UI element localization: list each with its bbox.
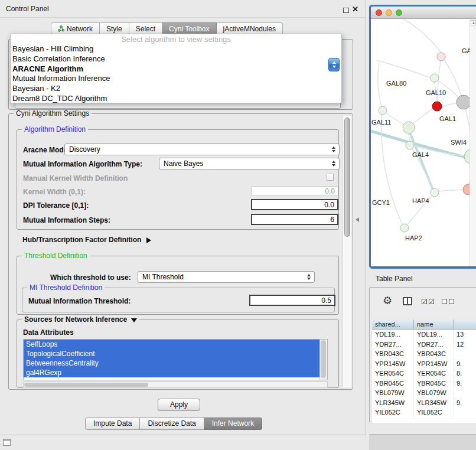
dpi-tolerance-input[interactable]: [251, 199, 338, 210]
table-cell: YBL079W: [372, 388, 414, 398]
mi-threshold-input[interactable]: [249, 295, 335, 306]
network-edge[interactable]: [382, 115, 402, 224]
network-node[interactable]: [406, 141, 414, 149]
tab-label: Style: [106, 25, 122, 33]
network-edge[interactable]: [378, 63, 382, 106]
table-cell: YBR045C: [372, 379, 414, 389]
chevron-updown-icon: [330, 161, 338, 167]
select-all-icon[interactable]: [422, 299, 434, 304]
mi-threshold-group-title: MI Threshold Definition: [27, 283, 105, 292]
scrollbar-thumb[interactable]: [344, 118, 350, 237]
panel-collapse-arrow-icon[interactable]: [356, 217, 359, 222]
table-cell: 9.: [454, 379, 476, 389]
table-row[interactable]: YLR345WYLR345W9.: [372, 398, 476, 408]
dock-window-icon[interactable]: [3, 439, 11, 446]
network-edge[interactable]: [412, 107, 433, 124]
table-row[interactable]: YBR045CYBR045C9.: [372, 379, 476, 389]
column-header[interactable]: name: [414, 319, 454, 330]
network-node[interactable]: [379, 106, 387, 115]
column-header[interactable]: [454, 319, 476, 330]
tab-cyni-toolbox[interactable]: Cyni Toolbox: [162, 22, 216, 35]
table-cell: YPR145W: [414, 359, 454, 369]
network-window-titlebar[interactable]: [371, 6, 476, 19]
table-row[interactable]: YIL052CYIL052C: [372, 407, 476, 418]
deselect-all-icon[interactable]: [442, 299, 454, 304]
algorithm-option[interactable]: Bayesian - Hill Climbing: [11, 44, 341, 54]
table-cell: YIL052C: [414, 407, 454, 418]
table-panel-title: Table Panel: [376, 275, 413, 283]
scroll-up-icon[interactable]: [471, 20, 476, 25]
manual-kernel-checkbox[interactable]: [327, 174, 334, 181]
apply-button[interactable]: Apply: [158, 399, 200, 411]
algorithm-option[interactable]: Bayesian - K2: [11, 84, 341, 94]
tab-infer-network[interactable]: Infer Network: [204, 418, 262, 430]
network-vscrollbar[interactable]: [470, 19, 476, 266]
hub-definition-expander[interactable]: Hub/Transcription Factor Definition: [22, 236, 151, 244]
network-graph: GALGAL80GAL10GAL11GAL1SWI4GAL4GCY1HAP4YH…: [371, 19, 476, 266]
table-row[interactable]: YPR145WYPR145W9.: [372, 359, 476, 369]
table-row[interactable]: YER054CYER054C8.: [372, 369, 476, 379]
attribute-item[interactable]: BetweennessCentrality: [24, 358, 319, 368]
network-edge[interactable]: [377, 60, 431, 78]
close-panel-button[interactable]: ✕: [352, 5, 358, 14]
mi-steps-input[interactable]: [251, 214, 338, 225]
network-node[interactable]: [432, 102, 442, 111]
sources-expander[interactable]: Sources for Network Inference: [22, 315, 139, 324]
node-label: GAL1: [439, 115, 456, 122]
column-visibility-icon[interactable]: [403, 297, 412, 305]
node-label: GAL10: [426, 89, 446, 96]
table-row[interactable]: YBR043CYBR043C: [372, 349, 476, 359]
network-node[interactable]: [457, 95, 471, 109]
tab-jactivemnodules[interactable]: jActiveMNodules: [217, 22, 283, 35]
algorithm-definition-title: Algorithm Definition: [22, 125, 88, 133]
table-row[interactable]: YDL19...YDL19...13: [372, 330, 476, 340]
settings-scrollbar[interactable]: [343, 116, 351, 387]
table-row[interactable]: YBL079WYBL079W: [372, 388, 476, 398]
algorithm-option[interactable]: Dream8 DC_TDC Algorithm: [11, 94, 341, 104]
algorithm-option[interactable]: Basic Correlation Inference: [11, 54, 341, 64]
network-edge[interactable]: [403, 19, 441, 53]
algorithm-definition-group: Algorithm Definition Aracne Mode: Discov…: [17, 129, 339, 230]
network-edge[interactable]: [438, 190, 463, 191]
attribute-list[interactable]: SelfLoopsTopologicalCoefficientBetweenne…: [23, 339, 328, 380]
node-label: HAP2: [405, 234, 422, 242]
network-node[interactable]: [431, 74, 439, 82]
tab-style[interactable]: Style: [100, 22, 129, 35]
network-edge[interactable]: [444, 60, 461, 96]
network-edge[interactable]: [441, 103, 458, 106]
attribute-list-hscrollbar[interactable]: [23, 381, 328, 388]
tab-network[interactable]: Network: [51, 22, 100, 35]
attribute-list-vscrollbar[interactable]: [319, 340, 327, 380]
table-header-row: shared...name: [372, 319, 476, 330]
column-header[interactable]: shared...: [372, 319, 414, 330]
tab-discretize-data[interactable]: Discretize Data: [140, 418, 204, 430]
network-canvas[interactable]: GALGAL80GAL10GAL11GAL1SWI4GAL4GCY1HAP4YH…: [371, 19, 476, 266]
mi-algorithm-type-select[interactable]: Naive Bayes: [159, 158, 340, 169]
algorithm-option[interactable]: Mutual Information Inference: [11, 74, 341, 84]
threshold-definition-title: Threshold Definition: [22, 252, 90, 260]
close-window-icon[interactable]: [376, 9, 382, 16]
algorithm-option[interactable]: ARACNE Algorithm: [11, 64, 341, 74]
tab-impute-data[interactable]: Impute Data: [85, 418, 140, 430]
window-traffic-lights: [376, 9, 402, 16]
zoom-window-icon[interactable]: [396, 9, 402, 16]
attribute-item[interactable]: gal4RGexp: [24, 368, 319, 377]
aracne-mode-label: Aracne Mode:: [23, 146, 70, 154]
gear-icon[interactable]: ⚙: [383, 294, 392, 307]
attribute-item[interactable]: SelfLoops: [24, 340, 319, 349]
minimize-window-icon[interactable]: [386, 9, 392, 16]
chevron-updown-icon: [330, 146, 338, 152]
combobox-stepper-icon[interactable]: [328, 58, 340, 71]
network-node[interactable]: [403, 122, 415, 133]
attribute-item[interactable]: TopologicalCoefficient: [24, 349, 319, 358]
network-node[interactable]: [400, 224, 409, 232]
float-window-button[interactable]: [343, 8, 349, 13]
network-node[interactable]: [431, 188, 439, 197]
tab-select[interactable]: Select: [129, 22, 162, 35]
network-node[interactable]: [437, 53, 445, 61]
which-threshold-select[interactable]: MI Threshold: [138, 271, 315, 283]
table-row[interactable]: YDR27...YDR27...12: [372, 340, 476, 350]
table-cell: YDR27...: [414, 340, 454, 350]
kernel-width-input[interactable]: [251, 186, 338, 196]
aracne-mode-select[interactable]: Discovery: [64, 144, 340, 155]
